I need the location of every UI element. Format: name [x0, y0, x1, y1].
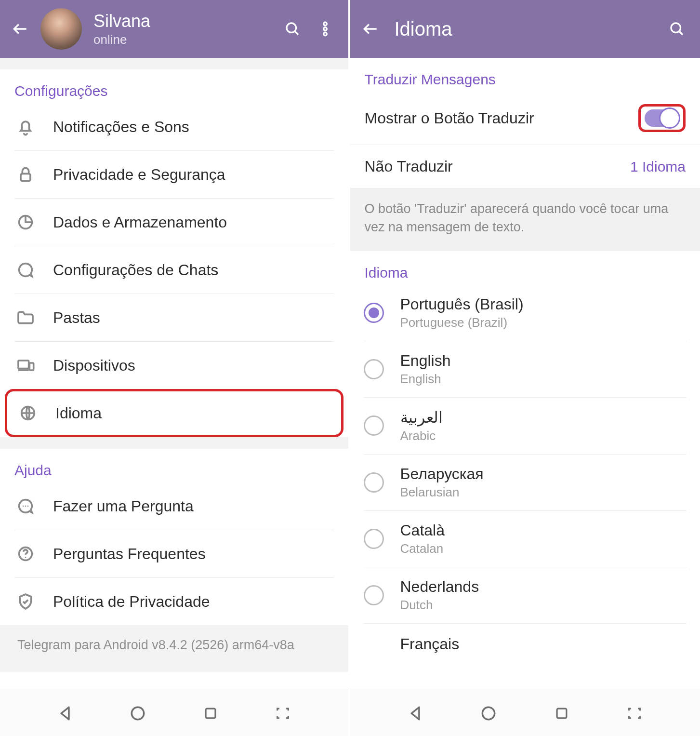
language-name: Català: [400, 522, 445, 539]
settings-item-privacy[interactable]: Privacidade e Segurança: [14, 151, 334, 199]
language-sub: Arabic: [400, 428, 443, 443]
svg-point-14: [132, 707, 144, 719]
language-item[interactable]: Français: [364, 624, 687, 665]
divider: [0, 437, 348, 449]
language-name: English: [400, 352, 451, 370]
settings-item-language[interactable]: Idioma: [7, 391, 341, 435]
language-item[interactable]: Português (Brasil) Portuguese (Brazil): [364, 285, 687, 341]
language-name: Português (Brasil): [400, 295, 524, 313]
language-item[interactable]: Беларуская Belarusian: [364, 455, 687, 511]
settings-item-chats[interactable]: Configurações de Chats: [14, 246, 334, 294]
radio-icon[interactable]: [364, 415, 384, 436]
help-item-faq[interactable]: Perguntas Frequentes: [14, 530, 334, 578]
language-name: Nederlands: [400, 578, 479, 596]
language-sub: Catalan: [400, 541, 445, 556]
lock-icon: [14, 163, 37, 186]
settings-item-data[interactable]: Dados e Armazenamento: [14, 199, 334, 246]
svg-rect-7: [29, 363, 33, 370]
divider: [0, 58, 348, 69]
nav-back-icon[interactable]: [403, 701, 427, 725]
language-sub: Portuguese (Brazil): [400, 315, 524, 330]
appbar: Silvana online: [0, 0, 348, 58]
appbar: Idioma: [350, 0, 700, 58]
highlight-idioma: Idioma: [5, 389, 343, 437]
page-title: Idioma: [395, 18, 658, 40]
help-item-privacy[interactable]: Política de Privacidade: [14, 578, 334, 625]
show-translate-row[interactable]: Mostrar o Botão Traduzir: [350, 92, 700, 145]
globe-icon: [17, 402, 39, 424]
version-footer: Telegram para Android v8.4.2 (2526) arm6…: [0, 625, 348, 672]
svg-point-2: [323, 27, 327, 31]
language-content: Traduzir Mensagens Mostrar o Botão Tradu…: [350, 58, 700, 690]
language-name: Беларуская: [400, 465, 484, 483]
settings-item-notifications[interactable]: Notificações e Sons: [14, 103, 334, 151]
settings-content: Configurações Notificações e Sons Privac…: [0, 58, 348, 690]
radio-icon[interactable]: [364, 529, 384, 549]
chat-dots-icon: [14, 495, 37, 517]
settings-item-devices[interactable]: Dispositivos: [14, 342, 334, 389]
translate-toggle[interactable]: [645, 109, 679, 127]
show-translate-label: Mostrar o Botão Traduzir: [365, 109, 534, 127]
language-item[interactable]: English English: [364, 341, 687, 398]
contact-name: Silvana: [93, 11, 273, 31]
language-item[interactable]: العربية Arabic: [364, 398, 687, 455]
settings-screen: Silvana online Configurações Notificaçõe…: [0, 0, 350, 736]
title-box[interactable]: Silvana online: [93, 11, 273, 47]
avatar[interactable]: [40, 8, 82, 50]
more-menu-icon[interactable]: [312, 15, 339, 42]
help-item-label: Perguntas Frequentes: [53, 545, 206, 563]
nav-home-icon[interactable]: [126, 701, 150, 725]
settings-list: Notificações e Sons Privacidade e Segura…: [0, 103, 348, 389]
svg-point-0: [287, 23, 296, 33]
help-list: Fazer uma Pergunta Perguntas Frequentes …: [0, 482, 348, 625]
nav-recent-icon[interactable]: [550, 701, 574, 725]
search-icon[interactable]: [663, 15, 690, 42]
settings-item-label: Notificações e Sons: [53, 118, 189, 136]
back-button[interactable]: [10, 18, 31, 40]
info-text: O botão 'Traduzir' aparecerá quando você…: [350, 188, 700, 251]
nav-back-icon[interactable]: [53, 701, 77, 725]
android-navbar: [350, 690, 700, 736]
language-screen: Idioma Traduzir Mensagens Mostrar o Botã…: [350, 0, 700, 736]
help-item-label: Política de Privacidade: [53, 593, 210, 611]
highlight-toggle: [638, 104, 686, 132]
nav-screenshot-icon[interactable]: [271, 701, 295, 725]
language-sub: English: [400, 372, 451, 387]
section-header-help: Ajuda: [0, 449, 348, 482]
section-header-translate: Traduzir Mensagens: [350, 58, 700, 92]
radio-icon[interactable]: [364, 359, 384, 379]
language-item[interactable]: Nederlands Dutch: [364, 567, 687, 624]
radio-selected-icon[interactable]: [364, 303, 384, 323]
svg-rect-4: [21, 174, 30, 181]
dont-translate-row[interactable]: Não Traduzir 1 Idioma: [350, 145, 700, 188]
svg-point-1: [323, 22, 327, 26]
shield-icon: [14, 590, 37, 613]
radio-icon[interactable]: [364, 585, 384, 605]
nav-screenshot-icon[interactable]: [622, 701, 647, 725]
nav-recent-icon[interactable]: [198, 701, 223, 725]
svg-rect-18: [557, 709, 567, 718]
language-sub: Belarusian: [400, 485, 484, 500]
svg-point-9: [23, 506, 24, 507]
help-item-ask[interactable]: Fazer uma Pergunta: [14, 482, 334, 530]
question-icon: [14, 543, 37, 565]
language-item[interactable]: Català Catalan: [364, 511, 687, 567]
settings-item-label: Privacidade e Segurança: [53, 166, 225, 184]
chat-icon: [14, 259, 37, 281]
search-icon[interactable]: [279, 15, 306, 42]
svg-rect-15: [206, 709, 215, 718]
svg-point-13: [25, 557, 26, 558]
pie-icon: [14, 211, 37, 233]
devices-icon: [14, 354, 37, 376]
folder-icon: [14, 307, 37, 329]
dont-translate-value: 1 Idioma: [630, 159, 686, 175]
language-name: Français: [400, 635, 460, 653]
section-header-config: Configurações: [0, 69, 348, 103]
nav-home-icon[interactable]: [476, 701, 501, 725]
settings-item-label: Idioma: [55, 404, 102, 422]
bell-icon: [14, 116, 37, 138]
back-button[interactable]: [360, 18, 381, 40]
radio-icon[interactable]: [364, 472, 384, 493]
settings-item-folders[interactable]: Pastas: [14, 294, 334, 342]
android-navbar: [0, 690, 348, 736]
